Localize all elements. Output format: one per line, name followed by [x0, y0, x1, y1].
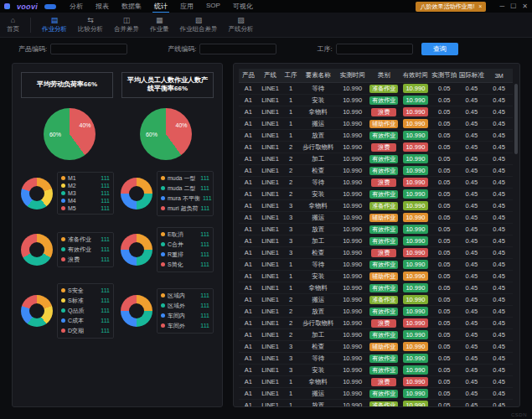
table-row[interactable]: A1LINE11放置10.990有效作业10.9900.050.450.45 — [239, 130, 513, 142]
category-badge: 浪费 — [371, 143, 396, 152]
table-row[interactable]: A1LINE12加工10.990有效作业10.9900.050.450.45 — [239, 153, 513, 165]
maximize-window-icon[interactable]: ☐ — [510, 3, 516, 10]
legend-dot-icon — [61, 176, 65, 180]
menu-item-5[interactable]: SOP — [204, 1, 222, 13]
effective-time-cell: 10.990 — [403, 225, 428, 234]
menu-item-1[interactable]: 报表 — [94, 1, 111, 13]
filter-input-0[interactable] — [50, 44, 127, 54]
table-cell: 浪费 — [368, 318, 400, 329]
table-row[interactable]: A1LINE13等待10.990有效作业10.9900.050.450.45 — [239, 353, 513, 365]
table-cell: 10.990 — [338, 224, 368, 235]
legend-value: 111 — [200, 231, 209, 237]
legend-value: 111 — [200, 323, 209, 328]
table-row[interactable]: A1LINE11搬运10.990有效作业10.9900.050.450.45 — [239, 388, 513, 400]
table-row[interactable]: A1LINE12等待10.990浪费10.9900.050.450.45 — [239, 177, 513, 189]
table-cell: 准备作业 — [368, 294, 400, 306]
table-cell: 0.45 — [458, 189, 486, 200]
effective-time-cell: 10.990 — [403, 330, 428, 339]
table-cell: A1 — [239, 142, 258, 153]
table-cell: A1 — [239, 400, 258, 408]
sqcd-chart-donut — [21, 295, 53, 327]
filter-input-2[interactable] — [336, 44, 413, 54]
menu-item-3[interactable]: 统计 — [152, 1, 169, 13]
table-cell: A1 — [239, 165, 258, 177]
table-row[interactable]: A1LINE12检查10.990有效作业10.9900.050.450.45 — [239, 165, 513, 177]
legend-item: S标准111 — [61, 297, 110, 305]
table-row[interactable]: A1LINE13放置10.990有效作业10.9900.050.450.45 — [239, 224, 513, 235]
table-cell: 0.45 — [485, 365, 513, 376]
table-cell: 辅助作业 — [368, 212, 400, 224]
toolbar-item-3[interactable]: ◫合并差异 — [114, 17, 139, 34]
category-badge: 有效作业 — [369, 132, 398, 140]
toolbar-item-6[interactable]: ▨产线分析 — [229, 17, 254, 34]
category-badge: 有效作业 — [369, 284, 398, 292]
table-row[interactable]: A1LINE13检查10.990辅助作业10.9900.050.450.45 — [239, 341, 513, 353]
table-cell: 10.990 — [400, 282, 431, 294]
table-row[interactable]: A1LINE11安装10.990辅助作业10.9900.050.450.45 — [239, 271, 513, 282]
toolbar-item-1[interactable]: ▤作业分析 — [42, 17, 67, 34]
table-cell: 0.45 — [485, 376, 513, 388]
table-cell: 3 — [282, 212, 299, 224]
minimize-window-icon[interactable]: ─ — [499, 3, 504, 10]
table-cell: 1 — [282, 259, 299, 271]
work-category-chart: 准备作业111有效作业111浪费111 — [21, 227, 114, 272]
table-cell: 0.05 — [431, 247, 458, 259]
toolbar-item-5[interactable]: ▧作业组合差异 — [180, 17, 218, 34]
table-cell: 0.45 — [485, 235, 513, 247]
table-cell: 0.05 — [431, 95, 458, 106]
table-cell: 10.990 — [400, 400, 431, 408]
table-row[interactable]: A1LINE11搬运10.990辅助作业10.9900.050.450.45 — [239, 118, 513, 130]
notification-tab[interactable]: 八阶效果活动作业用! × — [416, 2, 486, 12]
table-row[interactable]: A1LINE12步行取物料10.990浪费10.9900.050.450.45 — [239, 142, 513, 153]
table-row[interactable]: A1LINE13拿物料10.990准备作业10.9900.050.450.45 — [239, 200, 513, 212]
legend-item: mura 不平衡111 — [161, 194, 209, 203]
table-cell: 加工 — [299, 329, 338, 341]
menu-item-6[interactable]: 可视化 — [231, 1, 255, 13]
menu-item-0[interactable]: 分析 — [68, 1, 85, 13]
table-row[interactable]: A1LINE13检查10.990浪费10.9900.050.450.45 — [239, 247, 513, 259]
table-row[interactable]: A1LINE11拿物料10.990浪费10.9900.050.450.45 — [239, 376, 513, 388]
toolbar-item-0[interactable]: ⌂首页 — [7, 17, 19, 34]
table-row[interactable]: A1LINE13搬运10.990辅助作业10.9900.050.450.45 — [239, 212, 513, 224]
element-table: 产品产线工序要素名称实测时间类别有效时间实测节拍国际标准3M A1LINE11等… — [239, 69, 513, 407]
toolbar-item-2[interactable]: ⇆比较分析 — [78, 17, 103, 34]
menu-item-2[interactable]: 数据集 — [120, 1, 143, 13]
table-row[interactable]: A1LINE11拿物料10.990有效作业10.9900.050.450.45 — [239, 282, 513, 294]
close-window-icon[interactable]: ✕ — [522, 3, 528, 10]
table-row[interactable]: A1LINE13加工10.990有效作业10.9900.050.450.45 — [239, 235, 513, 247]
table-row[interactable]: A1LINE11安装10.990有效作业10.9900.050.450.45 — [239, 95, 513, 106]
query-button[interactable]: 查询 — [421, 43, 458, 55]
legend-dot-icon — [161, 303, 165, 308]
table-row[interactable]: A1LINE11拿物料10.990浪费10.9900.050.450.45 — [239, 106, 513, 118]
table-scrollbar[interactable] — [514, 84, 518, 154]
table-row[interactable]: A1LINE12加工10.990有效作业10.9900.050.450.45 — [239, 329, 513, 341]
table-row[interactable]: A1LINE12安装10.990有效作业10.9900.050.450.45 — [239, 189, 513, 200]
effective-time-cell: 10.990 — [403, 142, 428, 152]
table-row[interactable]: A1LINE12搬运10.990准备作业10.9900.050.450.45 — [239, 294, 513, 306]
table-cell: 0.45 — [485, 388, 513, 400]
menu-item-4[interactable]: 应用 — [178, 1, 195, 13]
table-row[interactable]: A1LINE11等待10.990有效作业10.9900.050.450.45 — [239, 259, 513, 271]
table-cell: 2 — [282, 177, 299, 189]
effective-time-cell: 10.990 — [403, 354, 428, 363]
table-cell: 10.990 — [400, 376, 431, 388]
toolbar-item-label: 首页 — [7, 25, 19, 34]
effective-time-cell: 10.990 — [403, 131, 428, 140]
table-cell: 0.45 — [485, 318, 513, 329]
table-cell: 搬运 — [299, 388, 338, 400]
table-cell: 0.45 — [458, 376, 486, 388]
table-row[interactable]: A1LINE11放置10.990准备作业10.9900.050.450.45 — [239, 400, 513, 408]
legend-label: S安全 — [68, 287, 84, 295]
table-row[interactable]: A1LINE12步行取物料10.990浪费10.9900.050.450.45 — [239, 318, 513, 329]
filter-input-1[interactable] — [199, 44, 276, 54]
effective-time-cell: 10.990 — [403, 84, 428, 93]
table-row[interactable]: A1LINE11等待10.990准备作业10.9900.050.450.45 — [239, 83, 513, 95]
table-cell: LINE1 — [258, 200, 282, 212]
table-cell: 10.990 — [338, 353, 368, 365]
toolbar-item-4[interactable]: ▦作业量 — [150, 17, 169, 34]
table-cell: A1 — [239, 200, 258, 212]
table-header-9: 3M — [485, 69, 513, 83]
table-row[interactable]: A1LINE13安装10.990有效作业10.9900.050.450.45 — [239, 365, 513, 376]
close-icon[interactable]: × — [478, 3, 482, 9]
table-row[interactable]: A1LINE12放置10.990有效作业10.9900.050.450.45 — [239, 306, 513, 318]
